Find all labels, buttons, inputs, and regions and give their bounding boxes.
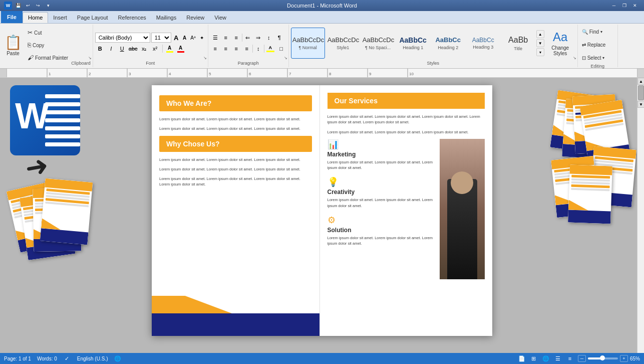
qat-undo[interactable]: ↩	[24, 2, 32, 9]
view-draft-icon[interactable]: ≡	[566, 354, 574, 362]
shrink-font-button[interactable]: A	[181, 34, 189, 42]
style-heading2-label: Heading 2	[438, 45, 458, 50]
tab-review[interactable]: Review	[181, 12, 209, 23]
borders-button[interactable]: □	[276, 44, 286, 54]
zoom-thumb[interactable]	[600, 355, 605, 360]
bold-button[interactable]: B	[95, 44, 105, 54]
tab-mailings[interactable]: Mailings	[151, 12, 181, 23]
view-fullscreen-icon[interactable]: ⊞	[530, 354, 538, 362]
restore-button[interactable]: ❐	[619, 2, 629, 10]
qat-save[interactable]: 💾	[14, 2, 22, 9]
who-we-are-header: Who We Are?	[159, 95, 312, 111]
clipboard-expand[interactable]: ↘	[88, 56, 92, 60]
person-head	[451, 171, 473, 194]
zoom-level: 65%	[630, 356, 640, 361]
style-heading3[interactable]: AaBbCc Heading 3	[466, 28, 500, 59]
status-left: Page: 1 of 1 Words: 0 ✓ English (U.S.) 🌐	[4, 354, 122, 362]
paste-button[interactable]: 📋 Paste	[2, 26, 24, 66]
increase-indent-button[interactable]: ⇒	[253, 33, 263, 43]
bullets-button[interactable]: ☰	[210, 33, 220, 43]
ruler-right	[637, 69, 644, 77]
superscript-button[interactable]: x²	[150, 44, 160, 54]
tab-references[interactable]: References	[113, 12, 151, 23]
strikethrough-button[interactable]: abc	[128, 44, 138, 54]
change-styles-button[interactable]: Aa ChangeStyles	[545, 28, 575, 59]
numbering-button[interactable]: ≡	[221, 33, 231, 43]
change-case-button[interactable]: Aᵃ	[189, 34, 197, 42]
document[interactable]: Who We Are? Lorem ipsum dolor sit amet. …	[152, 85, 492, 336]
who-para-2: Lorem ipsum dolor sit amet. Lorem ipsum …	[159, 126, 312, 131]
justify-button[interactable]: ≡	[242, 44, 252, 54]
style-normal[interactable]: AaBbCcDc ¶ Normal	[291, 28, 325, 59]
tab-page-layout[interactable]: Page Layout	[72, 12, 113, 23]
sort-button[interactable]: ↕	[264, 33, 274, 43]
style-1-label: Style1	[337, 45, 349, 50]
copy-button[interactable]: ⎘ Copy	[26, 39, 70, 51]
center-button[interactable]: ≡	[221, 44, 231, 54]
styles-more[interactable]: ▾	[536, 48, 544, 56]
find-button[interactable]: 🔍 Find ▾	[580, 26, 604, 38]
shading-color-bar	[266, 51, 274, 52]
tab-insert[interactable]: Insert	[48, 12, 72, 23]
styles-scroll-up[interactable]: ▲	[536, 30, 544, 38]
language-icon[interactable]: 🌐	[114, 354, 122, 362]
qat-redo[interactable]: ↪	[34, 2, 42, 9]
styles-expand[interactable]: ↘	[573, 56, 576, 60]
grow-font-button[interactable]: A	[172, 34, 180, 42]
replace-button[interactable]: ⇄ Replace	[580, 39, 608, 51]
style-heading2[interactable]: AaBbCc Heading 2	[431, 28, 465, 59]
format-painter-button[interactable]: 🖌 Format Painter	[26, 52, 70, 64]
close-button[interactable]: ✕	[630, 2, 640, 10]
vertical-scrollbar[interactable]: ▲ ▼	[637, 78, 644, 353]
underline-button[interactable]: U	[117, 44, 127, 54]
text-highlight-button[interactable]: A	[165, 44, 175, 54]
select-icon: ⊡	[582, 55, 586, 61]
why-para-1: Lorem ipsum dolor sit amet. Lorem ipsum …	[159, 157, 312, 162]
italic-button[interactable]: I	[106, 44, 116, 54]
style-no-spacing[interactable]: AaBbCcDc ¶ No Spaci...	[361, 28, 395, 59]
para-divider1	[242, 34, 242, 42]
view-outline-icon[interactable]: ☰	[554, 354, 562, 362]
multilevel-button[interactable]: ≡	[231, 33, 241, 43]
line-spacing-button[interactable]: ↕	[253, 44, 263, 54]
subscript-button[interactable]: x₂	[139, 44, 149, 54]
font-color-button[interactable]: A	[176, 44, 186, 54]
cut-button[interactable]: ✂ Cut	[26, 27, 70, 39]
scroll-up-button[interactable]: ▲	[637, 78, 644, 85]
decrease-indent-button[interactable]: ⇐	[243, 33, 253, 43]
view-web-icon[interactable]: 🌐	[542, 354, 550, 362]
shading-button[interactable]: A	[265, 44, 276, 54]
replace-icon: ⇄	[582, 42, 586, 48]
qat-customize[interactable]: ▾	[44, 2, 52, 9]
zoom-in-button[interactable]: +	[620, 355, 628, 362]
scroll-thumb[interactable]	[638, 85, 644, 100]
clear-format-button[interactable]: ✦	[198, 34, 206, 42]
zoom-slider[interactable]	[588, 357, 618, 359]
ruler-svg: 1 2 3 4 5 6 7 8 9 10	[7, 69, 637, 77]
spell-check-icon[interactable]: ✓	[63, 354, 71, 362]
font-size-select[interactable]: 11	[151, 33, 171, 43]
zoom-out-button[interactable]: ─	[578, 355, 586, 362]
tab-file[interactable]: File	[1, 11, 23, 23]
style-no-spacing-preview: AaBbCcDc	[363, 36, 394, 44]
styles-scroll-down[interactable]: ▼	[536, 39, 544, 47]
style-title-preview: AaBb	[503, 35, 534, 45]
align-right-button[interactable]: ≡	[231, 44, 241, 54]
tab-view[interactable]: View	[209, 12, 231, 23]
select-button[interactable]: ⊡ Select ▾	[580, 52, 607, 64]
font-expand[interactable]: ↘	[203, 56, 207, 60]
style-heading1[interactable]: AaBbCc Heading 1	[396, 28, 430, 59]
style-1[interactable]: AaBbCcDc Style1	[326, 28, 360, 59]
styles-gallery: AaBbCcDc ¶ Normal AaBbCcDc Style1 AaBbCc…	[291, 26, 575, 61]
svg-text:2: 2	[89, 72, 91, 76]
minimize-button[interactable]: ─	[609, 2, 619, 10]
view-print-icon[interactable]: 📄	[518, 354, 526, 362]
scroll-down-button[interactable]: ▼	[637, 101, 644, 108]
style-title[interactable]: AaBb Title	[501, 28, 535, 59]
paragraph-expand[interactable]: ↘	[284, 56, 287, 60]
tab-home[interactable]: Home	[23, 12, 48, 23]
font-name-select[interactable]: Calibri (Body)	[95, 33, 150, 43]
services-para-2: Lorem ipsum dolor sit amet. Lorem ipsum …	[328, 129, 485, 135]
show-marks-button[interactable]: ¶	[274, 33, 284, 43]
align-left-button[interactable]: ≡	[210, 44, 220, 54]
